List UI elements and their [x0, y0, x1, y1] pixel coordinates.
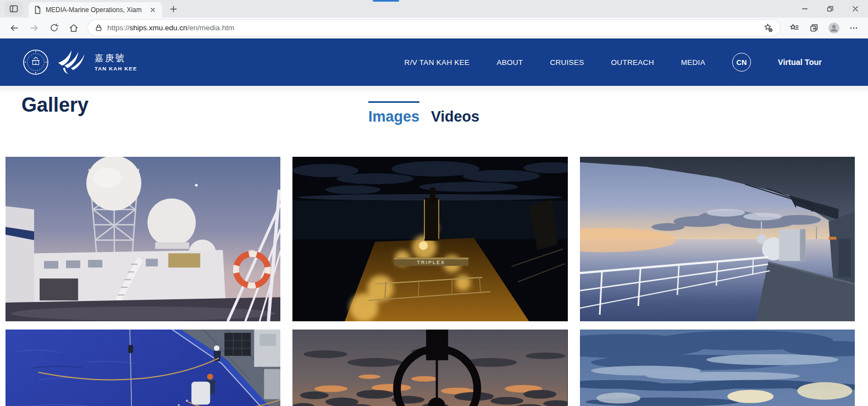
forward-button[interactable]	[25, 20, 43, 36]
image-grid: TRIPLEX	[5, 157, 855, 406]
url-scheme: https://	[107, 24, 130, 32]
url-host: ships.xmu.edu.cn	[130, 24, 187, 32]
home-icon	[69, 23, 79, 33]
gallery-photo-5[interactable]	[292, 330, 567, 406]
tab-videos[interactable]: Videos	[431, 101, 479, 125]
browser-tab[interactable]: MEDIA-Marine Operations, Xiam	[29, 2, 162, 18]
tan-kah-kee-swoosh-icon	[57, 48, 86, 76]
language-toggle[interactable]: CN	[732, 53, 751, 72]
forward-arrow-icon	[29, 23, 39, 33]
top-accent-bar	[373, 0, 399, 2]
nav-item-media[interactable]: MEDIA	[681, 58, 705, 67]
collections-button[interactable]	[805, 20, 823, 36]
tab-title: MEDIA-Marine Operations, Xiam	[46, 6, 144, 14]
close-icon	[149, 6, 157, 14]
restore-icon	[826, 5, 834, 13]
gallery-photo-3[interactable]	[580, 157, 855, 321]
brand-text: 嘉庚號 TAN KAH KEE	[95, 53, 137, 72]
triplex-crane-label: TRIPLEX	[417, 260, 445, 265]
window-restore-button[interactable]	[817, 0, 843, 18]
xmu-seal-icon	[22, 48, 49, 76]
nav-item-about[interactable]: ABOUT	[496, 58, 523, 67]
virtual-tour-link[interactable]: Virtual Tour	[778, 58, 822, 67]
workspaces-icon	[9, 4, 19, 14]
favorites-button[interactable]	[786, 20, 803, 36]
nav-links: R/V TAN KAH KEE ABOUT CRUISES OUTREACH M…	[405, 53, 822, 72]
profile-button[interactable]	[825, 20, 843, 36]
refresh-icon	[49, 23, 59, 32]
nav-item-cruises[interactable]: CRUISES	[550, 58, 584, 67]
gallery-photo-6[interactable]	[580, 330, 855, 406]
collections-icon	[809, 23, 819, 33]
workspaces-button[interactable]	[4, 2, 23, 16]
avatar-icon	[828, 22, 840, 34]
site-logo[interactable]: 嘉庚號 TAN KAH KEE	[22, 48, 137, 76]
nav-item-rv-tan-kah-kee[interactable]: R/V TAN KAH KEE	[405, 58, 470, 67]
star-list-icon	[789, 23, 799, 33]
new-tab-button[interactable]	[165, 1, 181, 17]
close-icon	[852, 5, 859, 13]
star-plus-icon	[764, 23, 773, 32]
lock-icon	[95, 24, 103, 32]
gallery-tabs: Images Videos	[368, 101, 479, 125]
brand-name-cn: 嘉庚號	[95, 53, 137, 64]
navbar-shadow	[0, 86, 868, 94]
page-favicon-icon	[33, 6, 42, 14]
browser-toolbar: https://ships.xmu.edu.cn/en/media.htm	[0, 18, 868, 39]
gallery-photo-4[interactable]	[5, 330, 280, 406]
settings-menu-button[interactable]	[845, 20, 863, 36]
ellipsis-icon	[849, 24, 858, 32]
minimize-icon	[801, 5, 809, 13]
tab-close-button[interactable]	[148, 5, 158, 15]
nav-item-outreach[interactable]: OUTREACH	[611, 58, 654, 67]
gallery-photo-1[interactable]	[5, 157, 280, 321]
back-button[interactable]	[5, 20, 23, 36]
window-close-button[interactable]	[843, 0, 868, 18]
back-arrow-icon	[9, 23, 19, 33]
window-minimize-button[interactable]	[792, 0, 817, 18]
gallery-photo-2[interactable]: TRIPLEX	[292, 157, 567, 321]
plus-icon	[169, 5, 178, 13]
url-path: /en/media.htm	[187, 24, 235, 32]
add-favorite-button[interactable]	[759, 20, 777, 36]
brand-name-en: TAN KAH KEE	[95, 65, 137, 72]
page-title: Gallery	[21, 94, 89, 117]
address-bar[interactable]: https://ships.xmu.edu.cn/en/media.htm	[88, 20, 780, 36]
home-button[interactable]	[65, 20, 82, 36]
site-navbar: 嘉庚號 TAN KAH KEE R/V TAN KAH KEE ABOUT CR…	[0, 39, 868, 86]
tab-images[interactable]: Images	[368, 101, 419, 125]
browser-tab-strip: MEDIA-Marine Operations, Xiam	[0, 0, 868, 18]
url-text: https://ships.xmu.edu.cn/en/media.htm	[107, 24, 759, 32]
refresh-button[interactable]	[45, 20, 63, 36]
